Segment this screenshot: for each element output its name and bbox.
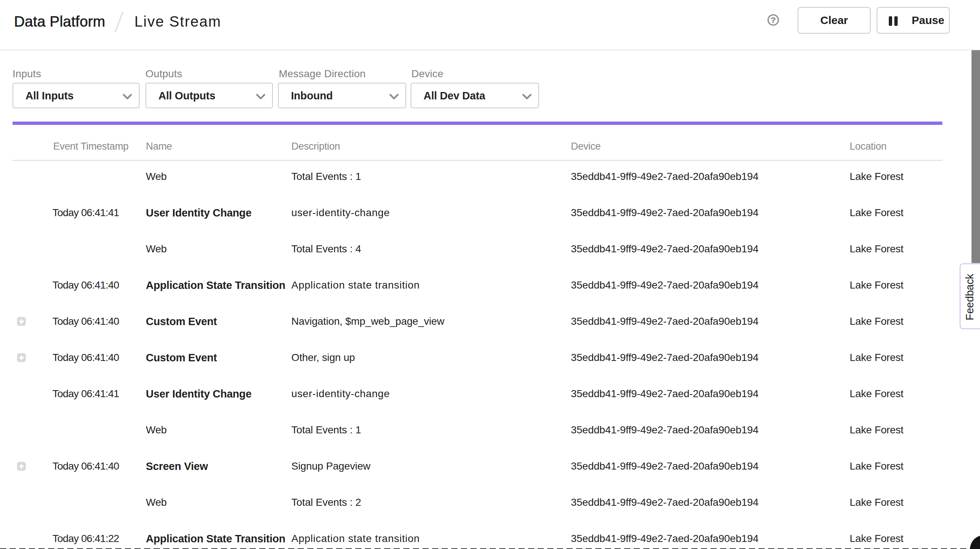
svg-text:?: ? bbox=[771, 16, 775, 25]
